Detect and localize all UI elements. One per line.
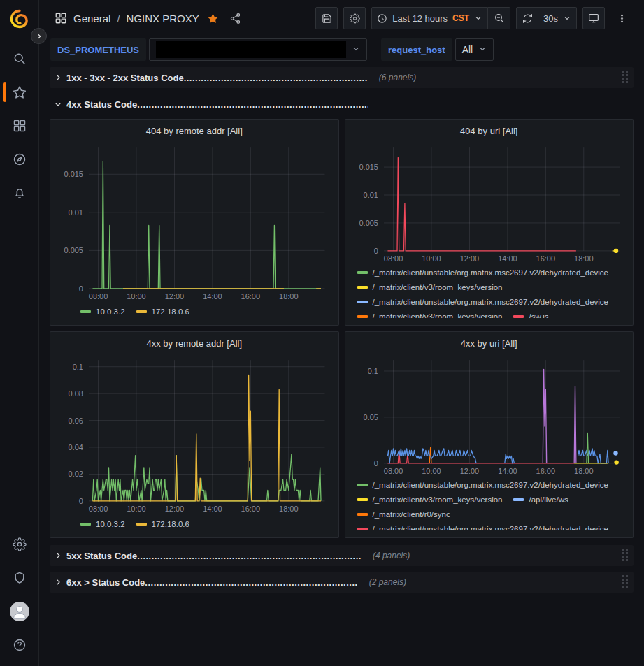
favorite-star-icon[interactable] [207,13,219,24]
shield-icon [13,571,27,585]
legend-item[interactable]: /_matrix/client/unstable/org.matrix.msc2… [357,294,609,309]
svg-text:10:00: 10:00 [127,505,145,513]
cycle-view-mode-button[interactable] [582,7,605,29]
panel-404-by-remote-addr: 404 by remote addr [All] 08:0010:0012:00… [50,119,339,326]
save-icon [322,13,332,24]
legend-item[interactable]: /_matrix/client/v3/room_keys/version [357,309,503,318]
refresh-button[interactable] [516,7,538,29]
svg-text:16:00: 16:00 [536,467,554,475]
variables-bar: DS_PROMETHEUS request_host All [39,36,644,63]
svg-text:0.005: 0.005 [64,246,83,254]
refresh-interval-dropdown[interactable]: 30s [538,7,577,29]
legend-item[interactable]: 172.18.0.6 [136,305,189,319]
row-1xx-3xx-2xx[interactable]: 1xx - 3xx - 2xx Status Code ............… [50,67,634,88]
legend-series-label: 172.18.0.6 [152,520,189,528]
legend-item[interactable]: /sw.js [513,309,548,318]
panel-title[interactable]: 4xx by remote addr [All] [57,335,332,353]
panel-title[interactable]: 404 by remote addr [All] [57,123,332,140]
legend-series-label: /api/live/ws [529,495,568,504]
legend-item[interactable]: /_matrix/client/v3/room_keys/version [357,492,503,507]
more-options-button[interactable] [610,7,633,29]
chevron-down-icon [54,100,62,108]
row-drag-handle[interactable] [622,575,628,588]
row-5xx[interactable]: 5xx Status Code ........................… [50,545,634,566]
timezone-label: CST [452,13,469,23]
svg-text:08:00: 08:00 [383,254,402,263]
zoom-out-time-button[interactable] [488,7,510,29]
sidebar-item-profile[interactable] [0,595,39,628]
legend-item[interactable]: /_matrix/client/unstable/org.matrix.msc2… [357,265,609,280]
variable-label-request-host[interactable]: request_host [381,38,452,61]
dashboards-grid-icon [13,119,27,133]
svg-text:10:00: 10:00 [127,292,145,301]
legend-item[interactable]: /_matrix/client/unstable/org.matrix.msc2… [357,477,609,492]
gear-icon [350,13,360,24]
variable-value-ds-prometheus[interactable] [149,38,367,61]
svg-text:18:00: 18:00 [574,254,593,263]
timeseries-chart[interactable]: 08:0010:0012:0014:0016:0018:0000.020.040… [57,353,332,515]
breadcrumb-folder[interactable]: General [73,13,110,24]
legend-series-swatch [357,484,368,486]
svg-text:0.1: 0.1 [73,363,83,371]
row-panel-count: (4 panels) [373,551,410,560]
timeseries-chart[interactable]: 08:0010:0012:0014:0016:0018:0000.0050.01… [57,140,332,303]
chevron-right-icon [54,578,62,586]
sidebar-item-dashboards[interactable] [0,109,39,143]
chart-legend: /_matrix/client/unstable/org.matrix.msc2… [352,477,627,530]
sidebar-item-explore[interactable] [0,143,39,176]
legend-item[interactable]: /_matrix/client/unstable/org.matrix.msc2… [357,521,609,530]
row-drag-handle[interactable] [622,71,628,83]
sidebar-item-starred[interactable] [0,75,39,109]
legend-series-swatch [357,315,368,318]
sidebar-item-alerting[interactable] [0,176,39,210]
legend-item[interactable]: /_matrix/client/v3/room_keys/version [357,280,503,294]
legend-item[interactable]: 172.18.0.6 [136,517,189,532]
legend-item[interactable]: 10.0.3.2 [80,517,125,532]
row-title: 6xx > Status Code [66,577,145,588]
legend-series-label: 172.18.0.6 [152,307,189,316]
row-title-dots: ........................................… [137,551,362,561]
sidebar [0,0,39,666]
sidebar-item-help[interactable] [0,628,39,662]
sidebar-item-server-admin[interactable] [0,561,39,595]
timeseries-chart[interactable]: 08:0010:0012:0014:0016:0018:0000.050.1 [352,353,627,477]
grafana-app: General / NGINX PROXY Last 12 hours [0,0,644,666]
legend-item[interactable]: 10.0.3.2 [80,305,125,319]
panel-title[interactable]: 4xx by uri [All] [352,335,627,353]
row-4xx[interactable]: 4xx Status Code ........................… [50,94,634,115]
grafana-logo[interactable] [9,8,30,29]
row-6xx[interactable]: 6xx > Status Code ......................… [50,572,634,593]
time-range-picker[interactable]: Last 12 hours CST [371,7,488,29]
svg-text:12:00: 12:00 [459,254,478,263]
legend-series-swatch [357,271,368,274]
search-icon [13,52,27,66]
timeseries-chart[interactable]: 08:0010:0012:0014:0016:0018:0000.0050.01… [352,140,627,265]
save-dashboard-button[interactable] [315,7,338,29]
panel-title[interactable]: 404 by uri [All] [352,123,627,140]
dashboard-settings-button[interactable] [343,7,366,29]
variable-value-request-host[interactable]: All [455,38,494,61]
legend-series-label: /_matrix/client/unstable/org.matrix.msc2… [373,298,609,306]
monitor-icon [588,13,599,24]
variable-label-ds-prometheus[interactable]: DS_PROMETHEUS [50,38,146,61]
panel-404-by-uri: 404 by uri [All] 08:0010:0012:0014:0016:… [345,119,634,326]
dashboard-body: 1xx - 3xx - 2xx Status Code ............… [39,63,644,666]
legend-item[interactable]: /api/live/ws [513,492,568,507]
svg-text:12:00: 12:00 [165,505,184,513]
row-drag-handle[interactable] [622,549,628,561]
sidebar-item-search[interactable] [0,42,39,75]
chart-legend: 10.0.3.2172.18.0.6 [57,303,332,321]
time-range-label: Last 12 hours [392,13,448,24]
share-icon[interactable] [229,13,241,24]
legend-series-label: /_matrix/client/unstable/org.matrix.msc2… [373,268,609,277]
svg-text:0: 0 [373,459,378,468]
sidebar-expand-button[interactable] [31,28,47,44]
svg-text:0.1: 0.1 [367,367,378,375]
legend-item[interactable]: /_matrix/client/r0/sync [357,507,450,521]
row-panel-count: (6 panels) [379,73,416,82]
compass-icon [13,152,27,166]
svg-text:0.06: 0.06 [69,417,83,425]
breadcrumb-dashboard-title[interactable]: NGINX PROXY [127,13,199,24]
sidebar-item-configuration[interactable] [0,528,39,561]
row-title: 1xx - 3xx - 2xx Status Code [66,73,184,83]
